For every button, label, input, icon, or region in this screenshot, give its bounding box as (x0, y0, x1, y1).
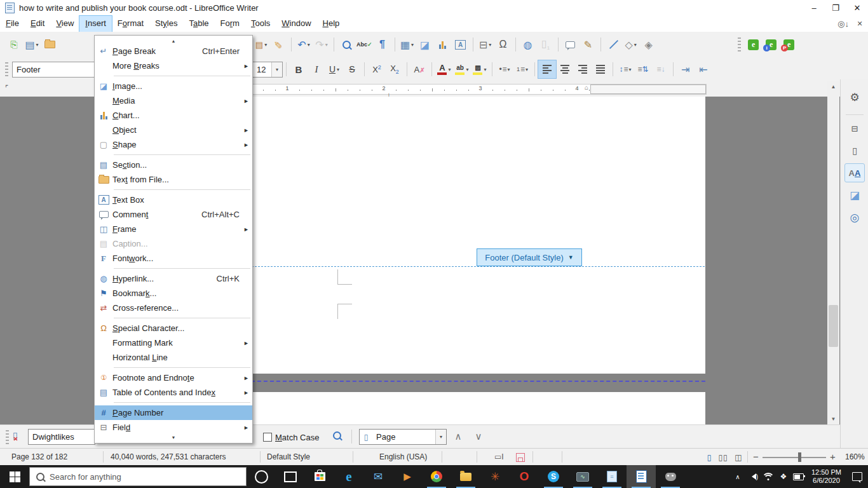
justify-button[interactable] (592, 60, 609, 78)
right-margin-marker-icon[interactable]: ⌂ (585, 84, 588, 91)
page-2[interactable] (251, 392, 705, 424)
insert-chart-button[interactable] (434, 36, 452, 53)
tray-chevron-icon[interactable]: ∧ (730, 465, 745, 488)
insert-special-char-button[interactable]: Ω (494, 36, 512, 53)
menu-item-media[interactable]: Media► (95, 93, 252, 108)
minimize-button[interactable]: – (803, 0, 825, 16)
menu-file[interactable]: File (0, 16, 25, 32)
menu-styles[interactable]: Styles (149, 16, 183, 32)
toolbar-drag-handle[interactable] (5, 62, 8, 76)
menu-item-horizontal-line[interactable]: Horizontal Line (95, 350, 252, 365)
scope-dropdown-icon[interactable]: ▾ (435, 430, 446, 444)
language-status[interactable]: English (USA) (379, 452, 427, 461)
page-1[interactable] (251, 97, 705, 374)
page-number-status[interactable]: Page 132 of 182 (11, 452, 67, 461)
menu-item-cross-reference[interactable]: ⇄Cross-reference... (95, 301, 252, 315)
find-next-button[interactable]: ∨ (470, 429, 487, 444)
sidebar-gallery-icon[interactable]: ◪ (845, 186, 864, 204)
menu-help[interactable]: Help (317, 16, 346, 32)
tab-stop-selector[interactable]: ⌜ (5, 84, 8, 92)
align-left-button[interactable] (538, 60, 556, 78)
taskbar-icon-chrome[interactable] (422, 465, 451, 488)
italic-button[interactable]: I (308, 60, 325, 78)
close-document-button[interactable]: ✕ (851, 16, 868, 32)
sidebar-navigator-icon[interactable]: ◎ (845, 208, 864, 226)
taskbar-icon-gimp[interactable] (656, 465, 685, 488)
zoom-in-button[interactable]: + (830, 451, 836, 462)
menu-tools[interactable]: Tools (245, 16, 276, 32)
match-case-checkbox[interactable]: Match Case (263, 433, 319, 442)
font-color-button[interactable]: A▾ (435, 60, 453, 78)
find-replace-button[interactable] (337, 36, 355, 53)
start-button[interactable] (0, 465, 29, 488)
selection-mode-icon[interactable]: ▭I (494, 452, 504, 461)
menu-item-fontwork[interactable]: FFontwork... (95, 251, 252, 266)
scroll-down-icon[interactable]: ▼ (827, 414, 839, 424)
background-color-button[interactable]: ▨▾ (471, 60, 489, 78)
close-button[interactable]: ✕ (846, 0, 868, 16)
word-count-status[interactable]: 40,040 words, 247,531 characters (111, 452, 226, 461)
wifi-icon[interactable] (761, 465, 776, 488)
track-changes-button[interactable]: ✎ (580, 36, 597, 53)
dropbox-icon[interactable]: ❖ (776, 465, 791, 488)
increase-paragraph-spacing-button[interactable]: ≡⇅ (634, 60, 652, 78)
menu-item-formatting-mark[interactable]: Formatting Mark► (95, 336, 252, 350)
single-page-view-button[interactable]: ▯ (703, 451, 715, 463)
insert-hyperlink-button[interactable]: ◍ (519, 36, 537, 53)
sidebar-styles-icon[interactable]: AA (845, 164, 864, 182)
bold-button[interactable]: B (290, 60, 308, 78)
align-center-button[interactable] (556, 60, 574, 78)
footer-style-tag-button[interactable]: Footer (Default Style) ▼ (477, 248, 582, 266)
horizontal-ruler[interactable]: 12345 (251, 84, 707, 95)
new-document-button[interactable]: ▤▾ (23, 36, 41, 53)
scroll-up-icon[interactable]: ▲ (827, 81, 839, 92)
extension-grammar-button[interactable]: e (745, 36, 763, 53)
menu-item-shape[interactable]: ▢Shape► (95, 137, 252, 152)
find-bar-drag-handle[interactable] (6, 430, 9, 444)
underline-button[interactable]: U▾ (325, 60, 343, 78)
sidebar-page-icon[interactable]: ▯ (845, 142, 864, 159)
taskbar-icon-opera[interactable]: O (510, 465, 539, 488)
menu-scroll-up-icon[interactable]: ▲ (95, 38, 252, 44)
formatting-marks-button[interactable]: ¶ (374, 36, 391, 53)
menu-window[interactable]: Window (276, 16, 316, 32)
spelling-button[interactable]: Abc✓ (355, 36, 374, 53)
zoom-slider[interactable] (763, 457, 826, 458)
insert-image-button[interactable]: ◪ (416, 36, 434, 53)
insert-comment-button[interactable] (562, 36, 580, 53)
menu-table[interactable]: Table (183, 16, 214, 32)
menu-form[interactable]: Form (215, 16, 245, 32)
checkbox-icon[interactable] (263, 433, 272, 442)
increase-indent-button[interactable]: ⇥ (677, 60, 695, 78)
volume-icon[interactable]: ) (745, 465, 761, 488)
multi-page-view-button[interactable]: ▯▯ (717, 451, 729, 463)
decrease-indent-button[interactable]: ⇤ (695, 60, 712, 78)
taskbar-icon-notepad[interactable]: ≡ (597, 465, 627, 488)
menu-item-image[interactable]: ◪Image... (95, 79, 252, 93)
page-style-status[interactable]: Default Style (267, 452, 310, 461)
taskbar-search-input[interactable]: Search for anything (29, 467, 247, 486)
menu-item-table-of-contents-and-index[interactable]: ▤Table of Contents and Index► (95, 385, 252, 400)
menu-item-bookmark[interactable]: ⚑Bookmark... (95, 286, 252, 301)
cortana-button[interactable] (247, 465, 276, 488)
globe-download-icon[interactable]: ◎↓ (835, 16, 851, 32)
new-from-template-button[interactable]: ⎘ (5, 36, 23, 53)
menu-edit[interactable]: Edit (25, 16, 50, 32)
paste-button[interactable]: ▤▾ (252, 36, 270, 53)
clear-formatting-button[interactable]: A✗ (410, 60, 428, 78)
undo-button[interactable]: ↶▾ (295, 36, 313, 53)
taskbar-icon-edge[interactable]: e (334, 465, 363, 488)
insert-line-button[interactable] (604, 36, 622, 53)
menu-format[interactable]: Format (112, 16, 149, 32)
insert-textbox-button[interactable]: A (452, 36, 470, 53)
menu-item-object[interactable]: Object► (95, 123, 252, 137)
menu-item-special-character[interactable]: ΩSpecial Character... (95, 321, 252, 336)
line-spacing-button[interactable]: ↕≡▾ (616, 60, 634, 78)
toolbar-drag-handle[interactable] (738, 37, 741, 51)
save-status-icon[interactable] (516, 453, 525, 464)
font-size-dropdown-icon[interactable]: ▾ (271, 62, 282, 77)
taskbar-clock[interactable]: 12:50 PM 6/6/2020 (806, 468, 846, 485)
taskbar-icon-libreoffice-writer[interactable] (627, 465, 656, 488)
menu-item-more-breaks[interactable]: More Breaks► (95, 58, 252, 73)
menu-insert[interactable]: Insert (79, 16, 112, 32)
